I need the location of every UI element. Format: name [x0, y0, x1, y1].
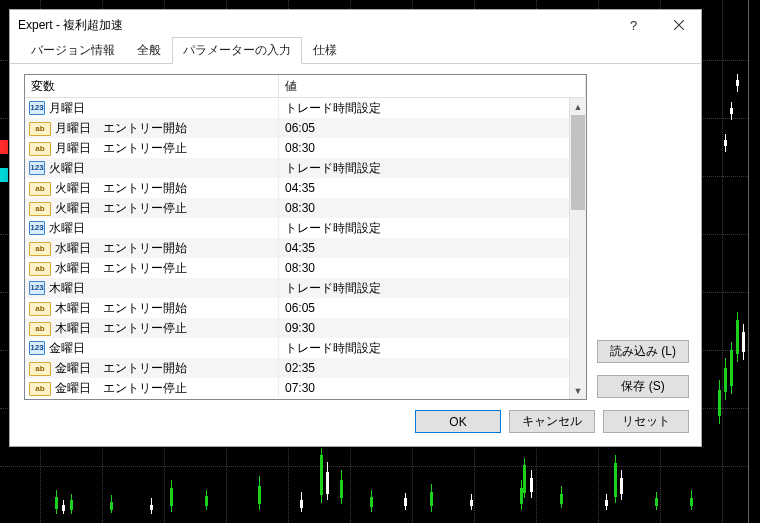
close-button[interactable]	[656, 11, 701, 40]
window-title: Expert - 複利超加速	[18, 17, 611, 34]
param-name-label: 金曜日 エントリー停止	[55, 380, 187, 397]
param-name-label: 火曜日 エントリー開始	[55, 180, 187, 197]
param-name-label: 水曜日	[49, 220, 85, 237]
table-row[interactable]: ab水曜日 エントリー開始04:35	[25, 238, 569, 258]
param-value-cell[interactable]: 04:35	[279, 238, 569, 258]
param-name-label: 水曜日 エントリー開始	[55, 240, 187, 257]
chart-marker-cyan	[0, 168, 8, 182]
param-value-cell[interactable]: 07:30	[279, 378, 569, 398]
table-row[interactable]: ab木曜日 エントリー停止09:30	[25, 318, 569, 338]
string-type-icon: ab	[29, 122, 51, 136]
param-value-cell[interactable]: トレード時間設定	[279, 158, 569, 178]
table-row[interactable]: ab金曜日 エントリー停止07:30	[25, 378, 569, 398]
param-name-cell[interactable]: ab金曜日 エントリー停止	[25, 378, 279, 398]
string-type-icon: ab	[29, 182, 51, 196]
tabstrip: バージョン情報全般パラメーターの入力仕様	[10, 40, 701, 64]
param-name-cell[interactable]: ab月曜日 エントリー開始	[25, 118, 279, 138]
tab-3[interactable]: 仕様	[302, 37, 348, 64]
param-name-cell[interactable]: 123金曜日	[25, 338, 279, 358]
param-name-cell[interactable]: ab水曜日 エントリー停止	[25, 258, 279, 278]
number-type-icon: 123	[29, 341, 45, 355]
number-type-icon: 123	[29, 221, 45, 235]
param-name-cell[interactable]: 123火曜日	[25, 158, 279, 178]
string-type-icon: ab	[29, 302, 51, 316]
param-name-label: 金曜日 エントリー開始	[55, 360, 187, 377]
vertical-scrollbar[interactable]: ▲ ▼	[569, 98, 586, 399]
param-value-cell[interactable]: 06:05	[279, 118, 569, 138]
parameters-table: 変数 値 123月曜日トレード時間設定ab月曜日 エントリー開始06:05ab月…	[24, 74, 587, 400]
param-value-cell[interactable]: 08:30	[279, 258, 569, 278]
cancel-button[interactable]: キャンセル	[509, 410, 595, 433]
param-value-cell[interactable]: トレード時間設定	[279, 218, 569, 238]
param-name-cell[interactable]: ab火曜日 エントリー停止	[25, 198, 279, 218]
param-name-label: 水曜日 エントリー停止	[55, 260, 187, 277]
param-name-cell[interactable]: ab金曜日 エントリー開始	[25, 358, 279, 378]
string-type-icon: ab	[29, 262, 51, 276]
param-name-cell[interactable]: 123木曜日	[25, 278, 279, 298]
tab-2[interactable]: パラメーターの入力	[172, 37, 302, 64]
table-row[interactable]: 123木曜日トレード時間設定	[25, 278, 569, 298]
ok-button[interactable]: OK	[415, 410, 501, 433]
param-name-cell[interactable]: ab火曜日 エントリー開始	[25, 178, 279, 198]
string-type-icon: ab	[29, 382, 51, 396]
side-button-panel: 読み込み (L) 保存 (S)	[597, 74, 689, 400]
table-row[interactable]: ab木曜日 エントリー開始06:05	[25, 298, 569, 318]
param-value-cell[interactable]: 08:30	[279, 138, 569, 158]
param-value-cell[interactable]: トレード時間設定	[279, 338, 569, 358]
close-icon	[674, 20, 684, 30]
save-button[interactable]: 保存 (S)	[597, 375, 689, 398]
param-value-cell[interactable]: トレード時間設定	[279, 278, 569, 298]
string-type-icon: ab	[29, 362, 51, 376]
table-row[interactable]: 123月曜日トレード時間設定	[25, 98, 569, 118]
table-row[interactable]: 123火曜日トレード時間設定	[25, 158, 569, 178]
number-type-icon: 123	[29, 281, 45, 295]
column-header-value[interactable]: 値	[279, 75, 586, 97]
help-icon: ?	[630, 18, 637, 33]
scroll-up-icon[interactable]: ▲	[570, 98, 586, 115]
tab-0[interactable]: バージョン情報	[20, 37, 126, 64]
param-name-cell[interactable]: 123水曜日	[25, 218, 279, 238]
dialog-footer: OK キャンセル リセット	[10, 404, 701, 446]
param-name-cell[interactable]: ab木曜日 エントリー停止	[25, 318, 279, 338]
param-name-label: 木曜日 エントリー停止	[55, 320, 187, 337]
param-name-cell[interactable]: ab月曜日 エントリー停止	[25, 138, 279, 158]
param-name-cell[interactable]: ab木曜日 エントリー開始	[25, 298, 279, 318]
param-value-cell[interactable]: トレード時間設定	[279, 98, 569, 118]
string-type-icon: ab	[29, 322, 51, 336]
titlebar: Expert - 複利超加速 ?	[10, 10, 701, 40]
tab-1[interactable]: 全般	[126, 37, 172, 64]
param-name-label: 金曜日	[49, 340, 85, 357]
number-type-icon: 123	[29, 161, 45, 175]
param-value-cell[interactable]: 06:05	[279, 298, 569, 318]
param-value-cell[interactable]: 09:30	[279, 318, 569, 338]
expert-dialog: Expert - 複利超加速 ? バージョン情報全般パラメーターの入力仕様 変数…	[9, 9, 702, 447]
help-button[interactable]: ?	[611, 11, 656, 40]
param-name-cell[interactable]: ab水曜日 エントリー開始	[25, 238, 279, 258]
string-type-icon: ab	[29, 202, 51, 216]
column-header-name[interactable]: 変数	[25, 75, 279, 97]
param-value-cell[interactable]: 08:30	[279, 198, 569, 218]
string-type-icon: ab	[29, 242, 51, 256]
table-row[interactable]: ab水曜日 エントリー停止08:30	[25, 258, 569, 278]
param-value-cell[interactable]: 02:35	[279, 358, 569, 378]
param-name-label: 月曜日 エントリー停止	[55, 140, 187, 157]
number-type-icon: 123	[29, 101, 45, 115]
table-row[interactable]: 123金曜日トレード時間設定	[25, 338, 569, 358]
table-row[interactable]: ab火曜日 エントリー停止08:30	[25, 198, 569, 218]
scrollbar-thumb[interactable]	[571, 115, 585, 210]
table-row[interactable]: 123水曜日トレード時間設定	[25, 218, 569, 238]
param-name-cell[interactable]: 123月曜日	[25, 98, 279, 118]
param-value-cell[interactable]: 04:35	[279, 178, 569, 198]
scroll-down-icon[interactable]: ▼	[570, 382, 586, 399]
table-header: 変数 値	[25, 75, 586, 98]
param-name-label: 木曜日 エントリー開始	[55, 300, 187, 317]
table-row[interactable]: ab金曜日 エントリー開始02:35	[25, 358, 569, 378]
chart-marker-red	[0, 140, 8, 154]
reset-button[interactable]: リセット	[603, 410, 689, 433]
table-row[interactable]: ab火曜日 エントリー開始04:35	[25, 178, 569, 198]
table-row[interactable]: ab月曜日 エントリー停止08:30	[25, 138, 569, 158]
table-row[interactable]: ab月曜日 エントリー開始06:05	[25, 118, 569, 138]
param-name-label: 月曜日	[49, 100, 85, 117]
param-name-label: 火曜日 エントリー停止	[55, 200, 187, 217]
load-button[interactable]: 読み込み (L)	[597, 340, 689, 363]
